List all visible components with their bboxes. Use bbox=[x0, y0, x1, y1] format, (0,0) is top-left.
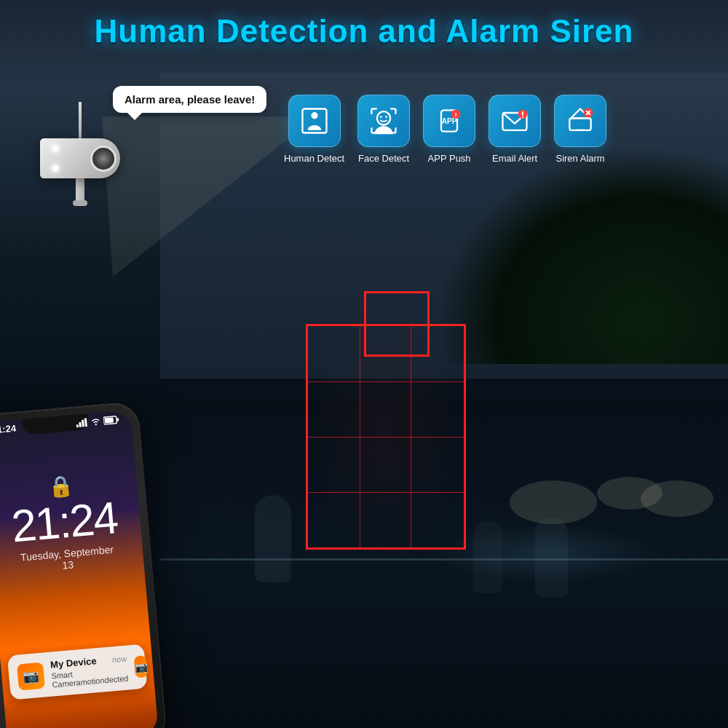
siren-alarm-label: Siren Alarm bbox=[555, 153, 604, 164]
grid-corner-br bbox=[453, 537, 466, 550]
svg-rect-28 bbox=[82, 419, 84, 427]
camera-base bbox=[73, 200, 87, 206]
light-blob-3 bbox=[641, 480, 713, 517]
email-alert-icon-box bbox=[488, 95, 541, 147]
grid-line-v2 bbox=[411, 326, 411, 547]
face-detect-icon-box bbox=[357, 95, 410, 147]
battery-icon bbox=[103, 415, 120, 425]
svg-point-1 bbox=[311, 112, 317, 119]
svg-rect-32 bbox=[104, 417, 114, 423]
ghost-figure-1 bbox=[255, 495, 291, 582]
ghost-figure-2 bbox=[535, 517, 568, 597]
grid-line-h2 bbox=[308, 437, 464, 438]
grid-line-h1 bbox=[308, 381, 464, 382]
svg-rect-29 bbox=[84, 418, 87, 427]
corner-tr bbox=[416, 291, 430, 304]
feature-siren-alarm: Siren Alarm bbox=[554, 95, 606, 164]
app-push-icon: APP ! bbox=[433, 105, 465, 137]
page-title: Human Detection and Alarm Siren bbox=[36, 13, 692, 50]
svg-point-4 bbox=[385, 116, 387, 118]
svg-text:!: ! bbox=[455, 112, 457, 119]
phone-status-time: 21:24 bbox=[0, 423, 17, 436]
notification-time: now bbox=[111, 654, 127, 664]
camera-mount bbox=[76, 178, 84, 200]
grid-corner-bl bbox=[306, 537, 319, 550]
wifi-icon bbox=[90, 416, 101, 426]
notification-camera-emoji: 📷 bbox=[134, 660, 147, 673]
human-detect-icon-box bbox=[288, 95, 341, 147]
ghost-figure-3 bbox=[473, 521, 502, 593]
camera-antenna bbox=[79, 102, 82, 138]
notification-camera-icon: 📷 bbox=[134, 655, 149, 678]
phone-screen: 21:24 bbox=[0, 410, 159, 728]
svg-rect-21 bbox=[569, 118, 590, 130]
feature-face-detect: Face Detect bbox=[357, 95, 410, 164]
svg-point-2 bbox=[377, 111, 390, 124]
grid-corner-tr bbox=[453, 324, 466, 337]
alarm-text: Alarm area, please leave! bbox=[124, 93, 255, 106]
face-detect-icon bbox=[368, 105, 400, 137]
trees-background bbox=[437, 146, 728, 364]
body-detection-grid bbox=[306, 324, 466, 550]
human-detect-label: Human Detect bbox=[284, 153, 344, 164]
feature-human-detect: Human Detect bbox=[284, 95, 344, 164]
features-row: Human Detect bbox=[284, 95, 606, 164]
siren-alarm-icon-box bbox=[554, 95, 606, 147]
signal-icon bbox=[76, 417, 88, 427]
camera-body bbox=[40, 138, 120, 178]
grid-line-v1 bbox=[360, 326, 360, 547]
phone-status-icons bbox=[76, 415, 120, 427]
phone-clock-display: 21:24 Tuesday, September 13 bbox=[9, 491, 122, 575]
app-push-icon-box: APP ! bbox=[423, 95, 475, 147]
phone-status-bar: 21:24 bbox=[0, 410, 132, 440]
glass-railing bbox=[160, 558, 728, 561]
svg-point-3 bbox=[380, 116, 382, 118]
notification-app-icon: 📷 bbox=[17, 662, 45, 690]
camera-light-right bbox=[51, 164, 60, 173]
main-container: Human Detection and Alarm Siren Alarm ar… bbox=[0, 0, 728, 728]
notification-icon-emoji: 📷 bbox=[23, 668, 40, 685]
security-camera bbox=[40, 102, 120, 206]
human-detect-icon bbox=[298, 105, 331, 137]
alarm-speech-bubble: Alarm area, please leave! bbox=[113, 86, 266, 113]
corner-tl bbox=[364, 291, 377, 304]
camera-lens bbox=[90, 146, 116, 172]
face-detect-label: Face Detect bbox=[358, 153, 409, 164]
phone-notification: 📷 My Device now Smart Cameramotiondected… bbox=[7, 644, 148, 700]
svg-rect-31 bbox=[116, 418, 119, 421]
grid-corner-tl bbox=[306, 324, 319, 337]
svg-point-20 bbox=[522, 116, 523, 118]
notification-content: My Device now Smart Cameramotiondected bbox=[50, 653, 129, 689]
grid-line-h3 bbox=[308, 492, 464, 493]
phone-clock-time: 21:24 bbox=[9, 491, 119, 552]
siren-alarm-icon bbox=[564, 105, 596, 137]
svg-rect-26 bbox=[76, 424, 79, 427]
email-alert-icon bbox=[499, 105, 531, 137]
svg-rect-27 bbox=[79, 422, 82, 427]
feature-app-push: APP ! APP Push bbox=[423, 95, 475, 164]
email-alert-label: Email Alert bbox=[492, 153, 537, 164]
camera-light-left bbox=[51, 144, 60, 153]
app-push-label: APP Push bbox=[428, 153, 471, 164]
feature-email-alert: Email Alert bbox=[488, 95, 541, 164]
